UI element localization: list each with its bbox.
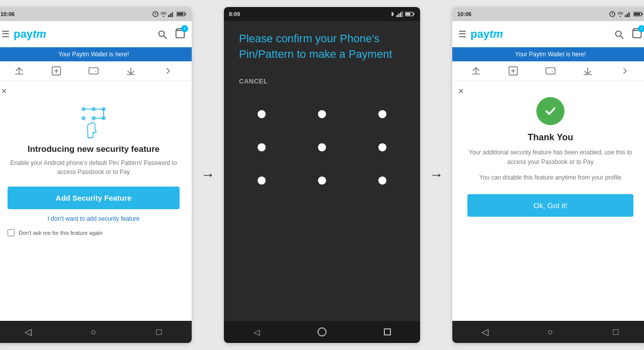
- dot-1: [258, 110, 266, 118]
- send-icon-3: [470, 65, 481, 76]
- svg-rect-4: [170, 14, 172, 17]
- intro-desc: Enable your Android phone's default Pin/…: [8, 158, 180, 177]
- svg-rect-41: [634, 13, 640, 16]
- recents-btn-2[interactable]: [376, 321, 398, 343]
- download-icon-1: [125, 65, 136, 76]
- back-btn-2[interactable]: ◁: [246, 321, 268, 343]
- svg-rect-30: [414, 13, 415, 15]
- hamburger-icon-3[interactable]: ☰: [458, 29, 466, 40]
- main-content-3: × Thank You Your additional security fea…: [452, 81, 644, 321]
- dot-3: [378, 110, 386, 118]
- screen1-body: Introducing new security feature Enable …: [0, 81, 192, 244]
- status-icons-2: [389, 11, 415, 17]
- skip-link[interactable]: I don't want to add security feature: [47, 215, 139, 222]
- recents-btn-3[interactable]: □: [605, 321, 627, 343]
- action-row-1: [0, 61, 192, 81]
- svg-rect-35: [625, 15, 626, 17]
- bottom-nav-3: ◁ ○ □: [452, 321, 644, 343]
- svg-rect-11: [15, 74, 24, 75]
- bottom-nav-1: ◁ ○ □: [0, 321, 192, 343]
- svg-rect-27: [400, 13, 401, 18]
- bluetooth-icon: [389, 11, 395, 17]
- status-bar-1: 10:06: [0, 7, 192, 21]
- ok-got-it-button[interactable]: Ok, Got it!: [467, 194, 633, 217]
- status-bar-3: 10:06: [452, 7, 644, 21]
- screen3-phone: 10:06 ☰ paytm 1 Your Paytm Wa: [452, 7, 644, 343]
- header-icons-1: 1: [156, 28, 186, 41]
- cart-icon-3[interactable]: 1: [631, 28, 642, 41]
- wallet-icon-3: [545, 65, 556, 76]
- status-icons-3: [609, 11, 643, 17]
- confirm-title: Please confirm your Phone's Pin/Pattern …: [239, 31, 405, 62]
- svg-rect-38: [630, 11, 632, 17]
- signal-icon: [168, 11, 175, 17]
- svg-rect-8: [185, 13, 186, 15]
- cart-badge-3: 1: [638, 25, 644, 32]
- home-btn-3[interactable]: ○: [539, 321, 561, 343]
- recents-square-2: [384, 328, 391, 335]
- pattern-gesture-icon: [73, 99, 114, 139]
- wifi-icon-3: [617, 11, 623, 17]
- alarm-icon: [152, 11, 159, 17]
- dot-9: [378, 177, 386, 185]
- add-security-button[interactable]: Add Security Feature: [8, 187, 180, 209]
- dot-8: [318, 177, 326, 185]
- arrow-1: →: [201, 167, 215, 183]
- paytm-logo-3: paytm: [470, 28, 613, 41]
- wallet-banner-3: Your Paytm Wallet is here!: [452, 47, 644, 61]
- checkbox-row: Don't ask me for this feature again: [8, 229, 180, 236]
- screen3-body: Thank You Your additional security featu…: [452, 81, 644, 225]
- home-circle-2: [317, 327, 327, 336]
- svg-rect-13: [89, 68, 98, 74]
- dot-7: [258, 177, 266, 185]
- paytm-header-3: ☰ paytm 1: [452, 21, 644, 47]
- dot-5: [318, 143, 326, 151]
- cart-badge-1: 1: [181, 25, 188, 32]
- wifi-icon: [160, 11, 167, 17]
- header-icons-3: 1: [613, 28, 642, 41]
- close-btn-3[interactable]: ×: [458, 86, 464, 97]
- back-btn-1[interactable]: ◁: [17, 321, 39, 343]
- cancel-text[interactable]: CANCEL: [239, 77, 405, 85]
- hamburger-icon-1[interactable]: ☰: [2, 29, 10, 40]
- time-2: 8:09: [229, 11, 240, 17]
- thank-you-title: Thank You: [528, 132, 573, 143]
- send-icon-1: [14, 65, 25, 76]
- add-icon-1: [51, 65, 62, 76]
- signal-icon-2: [396, 11, 404, 17]
- pattern-dots: [239, 110, 405, 185]
- svg-rect-46: [584, 74, 592, 75]
- svg-point-18: [82, 116, 86, 120]
- dot-6: [378, 143, 386, 151]
- intro-title: Introducing new security feature: [28, 144, 160, 154]
- status-icons-1: [152, 11, 187, 17]
- time-3: 10:06: [457, 11, 471, 17]
- svg-rect-5: [172, 13, 173, 18]
- add-icon-3: [508, 65, 519, 76]
- svg-rect-43: [472, 74, 480, 75]
- search-icon-3[interactable]: [613, 29, 624, 40]
- dont-ask-checkbox[interactable]: [8, 229, 15, 236]
- home-btn-2[interactable]: [311, 321, 333, 343]
- home-btn-1[interactable]: ○: [83, 321, 105, 343]
- battery-icon-2: [405, 11, 415, 17]
- cart-icon-1[interactable]: 1: [175, 28, 186, 41]
- bottom-nav-2: ◁: [224, 321, 420, 343]
- svg-rect-6: [174, 11, 175, 17]
- close-btn-1[interactable]: ×: [2, 86, 7, 97]
- status-bar-2: 8:09: [224, 7, 420, 21]
- svg-rect-31: [406, 13, 410, 16]
- search-icon-1[interactable]: [156, 29, 168, 40]
- back-btn-3[interactable]: ◁: [474, 321, 496, 343]
- action-row-3: [452, 61, 644, 81]
- alarm-icon-3: [609, 11, 616, 17]
- svg-rect-40: [642, 13, 643, 15]
- success-icon: [536, 97, 565, 125]
- svg-rect-45: [546, 68, 555, 74]
- main-content-1: ×: [0, 81, 192, 321]
- more-icon-1: [163, 65, 174, 76]
- checkmark-icon: [543, 104, 557, 118]
- more-icon-3: [619, 65, 630, 76]
- svg-rect-26: [398, 14, 400, 17]
- recents-btn-1[interactable]: □: [148, 321, 170, 343]
